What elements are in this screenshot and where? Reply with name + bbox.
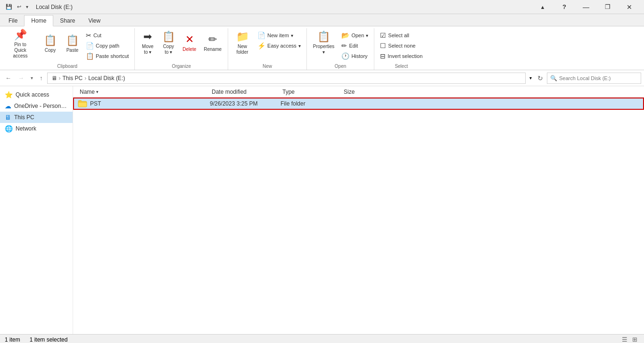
small-clipboard-btns: ✂ Cut 📄 Copy path 📋 Paste shortcut: [83, 28, 132, 62]
file-type-cell: File folder: [281, 100, 342, 107]
tab-share[interactable]: Share: [53, 16, 82, 26]
title-bar-left: 💾 ↩ ▾ Local Disk (E:): [4, 3, 73, 11]
list-view-button[interactable]: ☰: [620, 335, 629, 343]
properties-button[interactable]: 📋 Properties▾: [310, 28, 338, 57]
ribbon-collapse-btn[interactable]: ▲: [532, 0, 553, 14]
select-all-icon: ☑: [380, 32, 386, 39]
qs-dropdown-btn[interactable]: ▾: [24, 3, 30, 10]
details-view-button[interactable]: ⊞: [630, 335, 639, 343]
forward-button[interactable]: →: [16, 73, 26, 83]
clipboard-label: Clipboard: [57, 62, 77, 70]
copy-path-button[interactable]: 📄 Copy path: [83, 41, 132, 51]
ribbon: 📌 Pin to Quick access 📋 Copy 📋 Paste: [0, 26, 644, 70]
col-header-type[interactable]: Type: [281, 89, 342, 95]
select-all-button[interactable]: ☑ Select all: [377, 30, 425, 41]
select-label: Select: [395, 62, 408, 70]
file-list: Name ▾ Date modified Type Size PST: [73, 86, 644, 334]
help-button[interactable]: ?: [553, 0, 575, 14]
ribbon-tabs: File Home Share View: [0, 14, 644, 26]
delete-button[interactable]: ✕ Delete: [179, 28, 199, 57]
up-button[interactable]: ↑: [37, 73, 45, 83]
sidebar-item-onedrive[interactable]: ☁ OneDrive - Persona...: [0, 100, 73, 112]
organize-label: Organize: [172, 62, 191, 70]
new-item-button[interactable]: 📄 New item ▾: [255, 30, 304, 41]
back-button[interactable]: ←: [3, 73, 14, 83]
ribbon-group-select: ☑ Select all ☐ Select none ⊟ Invert sele…: [374, 28, 428, 70]
table-row[interactable]: PST 9/26/2023 3:25 PM File folder: [73, 98, 644, 110]
ribbon-group-open: 📋 Properties▾ 📂 Open ▾ ✏ Edit 🕐 History: [307, 28, 375, 70]
status-info: 1 item 1 item selected: [5, 336, 67, 343]
history-button[interactable]: 🕐 History: [339, 51, 371, 61]
path-dropdown-btn[interactable]: ▾: [528, 74, 534, 82]
invert-selection-button[interactable]: ⊟ Invert selection: [377, 51, 425, 61]
open-button[interactable]: 📂 Open ▾: [339, 30, 371, 41]
new-folder-button[interactable]: 📁 Newfolder: [231, 28, 254, 57]
select-none-icon: ☐: [380, 42, 386, 49]
file-date-cell: 9/26/2023 3:25 PM: [210, 100, 281, 107]
tab-file[interactable]: File: [2, 16, 24, 26]
close-button[interactable]: ✕: [619, 0, 640, 14]
title-bar: 💾 ↩ ▾ Local Disk (E:) ▲ ? — ❐ ✕: [0, 0, 644, 14]
copy-to-button[interactable]: 📋 Copyto ▾: [158, 28, 178, 57]
new-folder-icon: 📁: [236, 31, 249, 43]
edit-button[interactable]: ✏ Edit: [339, 41, 371, 51]
pin-to-quick-access-button[interactable]: 📌 Pin to Quick access: [5, 29, 36, 58]
new-items: 📁 Newfolder 📄 New item ▾ ⚡ Easy access ▾: [231, 28, 304, 62]
easy-access-icon: ⚡: [257, 42, 265, 49]
easy-access-button[interactable]: ⚡ Easy access ▾: [255, 41, 304, 51]
search-input[interactable]: [559, 75, 638, 81]
svg-rect-0: [78, 102, 87, 107]
item-count: 1 item: [5, 336, 20, 343]
this-pc-icon: 🖥: [5, 114, 11, 121]
ribbon-group-clipboard: 📌 Pin to Quick access 📋 Copy 📋 Paste: [0, 28, 135, 70]
quick-save-toolbar: 💾 ↩ ▾: [4, 3, 30, 11]
sidebar-item-quick-access[interactable]: ⭐ Quick access: [0, 89, 73, 100]
organize-items: ➡ Moveto ▾ 📋 Copyto ▾ ✕ Delete ✏ Rename: [138, 28, 225, 62]
onedrive-icon: ☁: [5, 102, 11, 110]
paste-shortcut-icon: 📋: [86, 52, 94, 60]
file-name-cell: PST: [78, 100, 210, 107]
paste-shortcut-button[interactable]: 📋 Paste shortcut: [83, 51, 132, 61]
path-local-disk[interactable]: Local Disk (E:): [88, 75, 125, 82]
recent-locations-button[interactable]: ▾: [28, 74, 35, 82]
ribbon-group-new: 📁 Newfolder 📄 New item ▾ ⚡ Easy access ▾…: [228, 28, 307, 70]
minimize-button[interactable]: —: [575, 0, 597, 14]
col-header-name[interactable]: Name ▾: [78, 89, 210, 95]
address-bar: ← → ▾ ↑ 🖥 › This PC › Local Disk (E:) ▾ …: [0, 70, 644, 86]
paste-button[interactable]: 📋 Paste: [63, 29, 82, 58]
path-this-pc[interactable]: This PC: [63, 75, 83, 82]
sort-arrow: ▾: [96, 90, 99, 94]
quick-access-icon: ⭐: [5, 91, 13, 98]
search-box[interactable]: 🔍: [547, 73, 641, 84]
paste-icon: 📋: [66, 34, 79, 47]
sidebar-item-label: Quick access: [16, 91, 49, 98]
select-none-button[interactable]: ☐ Select none: [377, 41, 425, 51]
cut-button[interactable]: ✂ Cut: [83, 30, 132, 41]
sidebar-item-this-pc[interactable]: 🖥 This PC: [0, 112, 73, 123]
copy-button[interactable]: 📋 Copy: [41, 29, 60, 58]
rename-icon: ✏: [208, 33, 217, 46]
maximize-button[interactable]: ❐: [597, 0, 619, 14]
invert-selection-icon: ⊟: [380, 52, 386, 60]
tab-view[interactable]: View: [82, 16, 107, 26]
save-btn[interactable]: 💾: [4, 3, 14, 11]
col-header-date[interactable]: Date modified: [210, 89, 281, 95]
view-toggle: ☰ ⊞: [620, 335, 639, 343]
sidebar-item-label: OneDrive - Persona...: [14, 103, 68, 109]
move-to-button[interactable]: ➡ Moveto ▾: [138, 28, 157, 57]
edit-icon: ✏: [341, 42, 347, 49]
ribbon-group-organize: ➡ Moveto ▾ 📋 Copyto ▾ ✕ Delete ✏ Rename …: [135, 28, 228, 70]
address-path[interactable]: 🖥 › This PC › Local Disk (E:): [47, 73, 526, 84]
folder-icon: [78, 100, 87, 107]
window-controls: ▲ ? — ❐ ✕: [532, 0, 640, 14]
main-area: ⭐ Quick access ☁ OneDrive - Persona... 🖥…: [0, 86, 644, 334]
rename-button[interactable]: ✏ Rename: [200, 28, 225, 57]
tab-home[interactable]: Home: [24, 15, 53, 26]
refresh-button[interactable]: ↻: [536, 73, 545, 84]
col-header-size[interactable]: Size: [342, 89, 380, 95]
sidebar-item-network[interactable]: 🌐 Network: [0, 123, 73, 134]
open-items: 📋 Properties▾ 📂 Open ▾ ✏ Edit 🕐 History: [310, 28, 372, 62]
undo-btn[interactable]: ↩: [15, 3, 23, 11]
properties-icon: 📋: [317, 31, 330, 43]
status-bar: 1 item 1 item selected ☰ ⊞: [0, 334, 644, 343]
